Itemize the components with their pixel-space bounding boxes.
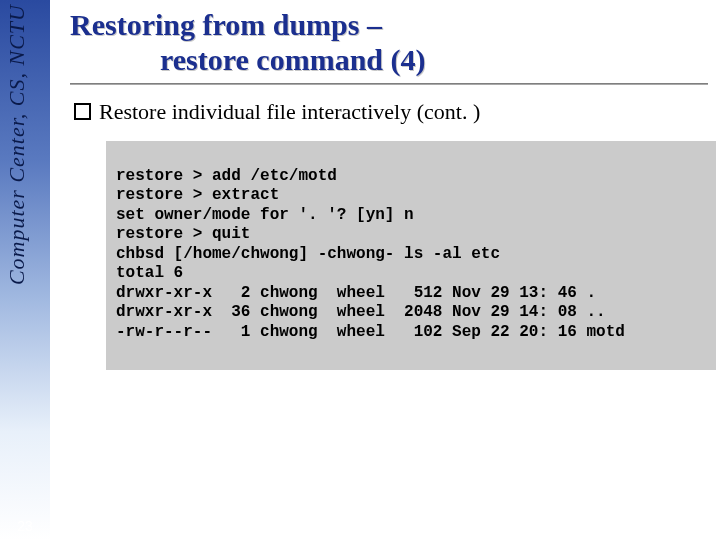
- title-rule: [70, 83, 708, 85]
- page-number: 23: [0, 518, 50, 534]
- bullet-square-icon: [74, 103, 91, 120]
- terminal-line: drwxr-xr-x 2 chwong wheel 512 Nov 29 13:…: [116, 284, 596, 302]
- terminal-block: restore > add /etc/motd restore > extrac…: [106, 141, 716, 370]
- terminal-line: -rw-r--r-- 1 chwong wheel 102 Sep 22 20:…: [116, 323, 625, 341]
- terminal-line: drwxr-xr-x 36 chwong wheel 2048 Nov 29 1…: [116, 303, 606, 321]
- title-line-2: restore command (4): [70, 43, 708, 78]
- terminal-line: restore > extract: [116, 186, 279, 204]
- bullet-row: Restore individual file interactively (c…: [74, 99, 708, 125]
- slide-title: Restoring from dumps – restore command (…: [70, 8, 708, 77]
- title-line-1: Restoring from dumps –: [70, 8, 382, 41]
- terminal-line: restore > quit: [116, 225, 250, 243]
- terminal-line: restore > add /etc/motd: [116, 167, 337, 185]
- terminal-line: total 6: [116, 264, 183, 282]
- slide-content: Restoring from dumps – restore command (…: [70, 8, 708, 370]
- sidebar: Computer Center, CS, NCTU 23: [0, 0, 50, 540]
- bullet-text: Restore individual file interactively (c…: [99, 99, 480, 124]
- terminal-line: set owner/mode for '. '? [yn] n: [116, 206, 414, 224]
- terminal-line: chbsd [/home/chwong] -chwong- ls -al etc: [116, 245, 500, 263]
- institution-label: Computer Center, CS, NCTU: [4, 4, 30, 285]
